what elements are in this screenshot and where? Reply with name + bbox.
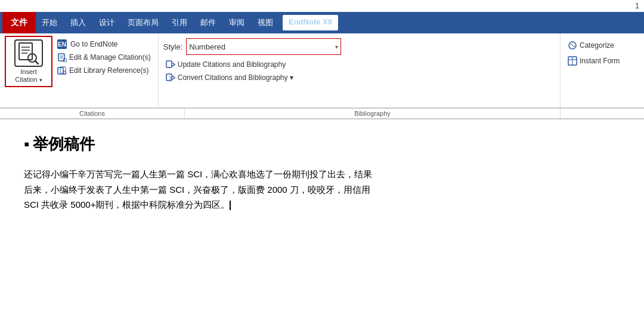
mid-buttons-group: Update Citations and Bibliography Conver… (163, 59, 555, 84)
menu-item-references[interactable]: 引用 (166, 15, 193, 30)
citations-section: Insert Citation ▾ EN Go to EndNote (0, 33, 159, 107)
menu-item-start[interactable]: 开始 (36, 15, 63, 30)
right-section: Categorize Instant Form (561, 33, 644, 107)
small-buttons-group: EN Go to EndNote Edit & Manage Citation(… (55, 36, 153, 76)
insert-citation-label: Insert Citation ▾ (15, 68, 42, 84)
menu-item-insert[interactable]: 插入 (64, 15, 92, 30)
menu-item-mailings[interactable]: 邮件 (194, 15, 222, 30)
page-number: 1 (635, 2, 639, 10)
document-title: ▪ 举例稿件 (24, 134, 620, 155)
top-bar: 1 (0, 0, 644, 12)
convert-citations-icon (166, 73, 175, 82)
instant-form-icon (568, 56, 577, 66)
style-label: Style: (163, 42, 183, 51)
citations-section-content: Insert Citation ▾ EN Go to EndNote (5, 36, 153, 105)
categorize-icon (568, 41, 577, 50)
svg-rect-13 (166, 61, 172, 67)
menu-item-design[interactable]: 设计 (93, 15, 120, 30)
menu-item-review[interactable]: 审阅 (223, 15, 250, 30)
go-to-endnote-button[interactable]: EN Go to EndNote (55, 38, 153, 50)
empty-label-cell (561, 109, 644, 118)
ribbon-content: Insert Citation ▾ EN Go to EndNote (0, 33, 644, 109)
ribbon-labels: Citations Bibliography (0, 109, 644, 119)
en-icon: EN (57, 39, 67, 49)
file-menu-button[interactable]: 文件 (2, 12, 36, 33)
document-content: ▪ 举例稿件 还记得小编千辛万苦写完一篇人生第一篇 SCI，满心欢喜地选了一份期… (0, 119, 644, 224)
edit-citation-icon (57, 53, 67, 62)
style-row: Style: Numbered ▾ (163, 38, 555, 55)
instant-form-button[interactable]: Instant Form (565, 55, 639, 67)
bibliography-section: Style: Numbered ▾ Update Citations and B… (159, 33, 561, 107)
svg-rect-0 (19, 43, 32, 60)
edit-library-icon (57, 66, 67, 75)
svg-point-9 (63, 59, 67, 62)
categorize-button[interactable]: Categorize (565, 39, 639, 51)
update-citations-button[interactable]: Update Citations and Bibliography (163, 59, 555, 70)
svg-line-5 (35, 61, 38, 64)
edit-manage-citations-button[interactable]: Edit & Manage Citation(s) (55, 51, 153, 63)
insert-citation-icon (14, 39, 43, 67)
title-bullet: ▪ (24, 135, 29, 153)
text-cursor (230, 201, 231, 210)
insert-citation-svg (17, 41, 41, 65)
style-select-arrow: ▾ (335, 44, 338, 50)
menu-item-pagelayout[interactable]: 页面布局 (122, 15, 165, 30)
menu-item-view[interactable]: 视图 (252, 15, 279, 30)
bibliography-section-label: Bibliography (185, 109, 561, 118)
document-body[interactable]: 还记得小编千辛万苦写完一篇人生第一篇 SCI，满心欢喜地选了一份期刊投了出去，结… (24, 167, 620, 213)
menu-bar: 文件 开始 插入 设计 页面布局 引用 邮件 审阅 视图 EndNote X9 (0, 12, 644, 33)
style-select-value: Numbered (189, 42, 225, 51)
citations-section-label: Citations (0, 109, 185, 118)
update-citations-icon (166, 60, 175, 69)
edit-library-reference-button[interactable]: Edit Library Reference(s) (55, 64, 153, 76)
convert-citations-button[interactable]: Convert Citations and Bibliography ▾ (163, 72, 555, 84)
menu-items: 开始 插入 设计 页面布局 引用 邮件 审阅 视图 EndNote X9 (36, 15, 338, 30)
style-select[interactable]: Numbered ▾ (186, 38, 341, 55)
insert-citation-button[interactable]: Insert Citation ▾ (5, 36, 52, 87)
menu-item-endnote[interactable]: EndNote X9 (283, 15, 338, 30)
